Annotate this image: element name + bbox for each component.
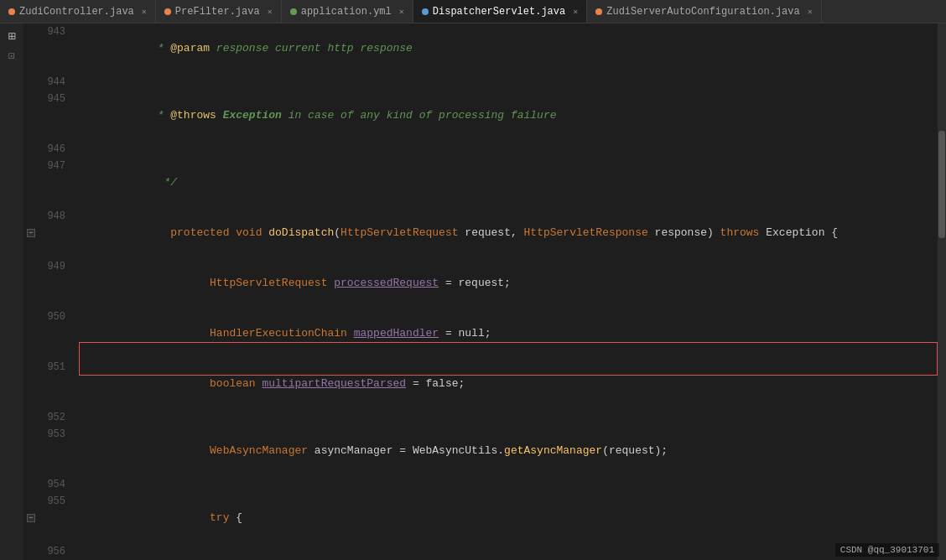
- line-949: 949 HttpServletRequest processedRequest …: [23, 258, 946, 309]
- line-955: − 955 try {: [23, 493, 946, 543]
- tab-close-icon[interactable]: ✕: [399, 7, 404, 17]
- sidebar-icon-search[interactable]: ⊡: [8, 49, 15, 63]
- tab-zudicontroller[interactable]: ZudiController.java ✕: [0, 0, 156, 23]
- line-947: 947 */: [23, 158, 946, 208]
- tab-dispatcherservlet[interactable]: DispatcherServlet.java ✕: [413, 0, 587, 23]
- fold-icon-955[interactable]: −: [27, 514, 35, 522]
- line-gutter-943: [23, 23, 39, 74]
- tab-close-icon[interactable]: ✕: [142, 7, 147, 17]
- tab-close-icon[interactable]: ✕: [268, 7, 273, 17]
- tab-prefilter[interactable]: PreFilter.java ✕: [156, 0, 282, 23]
- line-953: 953 WebAsyncManager asyncManager = WebAs…: [23, 426, 946, 476]
- editor-body: ⊞ ⊡ 943 * @param response current http r…: [0, 23, 946, 560]
- code-editor[interactable]: 943 * @param response current http respo…: [23, 23, 946, 560]
- tab-application-yml[interactable]: application.yml ✕: [282, 0, 413, 23]
- tab-close-icon[interactable]: ✕: [808, 7, 813, 17]
- line-948: − 948 protected void doDispatch(HttpServ…: [23, 208, 946, 258]
- tab-zudiserver-autoconfig[interactable]: ZudiServerAutoConfiguration.java ✕: [587, 0, 821, 23]
- line-956: 956 ModelAndView mv = null;: [23, 543, 946, 560]
- line-950: 950 HandlerExecutionChain mappedHandler …: [23, 309, 946, 359]
- sidebar-icon-explorer[interactable]: ⊞: [8, 29, 15, 44]
- line-content-943: * @param response current http response: [72, 23, 946, 74]
- line-945: 945 * @throws Exception in case of any k…: [23, 91, 946, 141]
- line-944: 944: [23, 74, 946, 91]
- vertical-scrollbar[interactable]: [938, 23, 946, 560]
- editor-root: ZudiController.java ✕ PreFilter.java ✕ a…: [0, 0, 946, 560]
- fold-icon-948[interactable]: −: [27, 229, 35, 237]
- scrollbar-thumb[interactable]: [938, 131, 945, 238]
- line-943: 943 * @param response current http respo…: [23, 23, 946, 74]
- line-952: 952: [23, 409, 946, 426]
- line-951: 951 boolean multipartRequestParsed = fal…: [23, 359, 946, 409]
- left-sidebar: ⊞ ⊡: [0, 23, 23, 560]
- line-946: 946: [23, 141, 946, 158]
- tab-bar: ZudiController.java ✕ PreFilter.java ✕ a…: [0, 0, 946, 23]
- code-lines: 943 * @param response current http respo…: [23, 23, 946, 560]
- tab-close-icon[interactable]: ✕: [573, 7, 578, 17]
- watermark: CSDN @qq_39013701: [835, 543, 939, 557]
- line-954: 954: [23, 476, 946, 493]
- line-num-943: 943: [39, 23, 72, 74]
